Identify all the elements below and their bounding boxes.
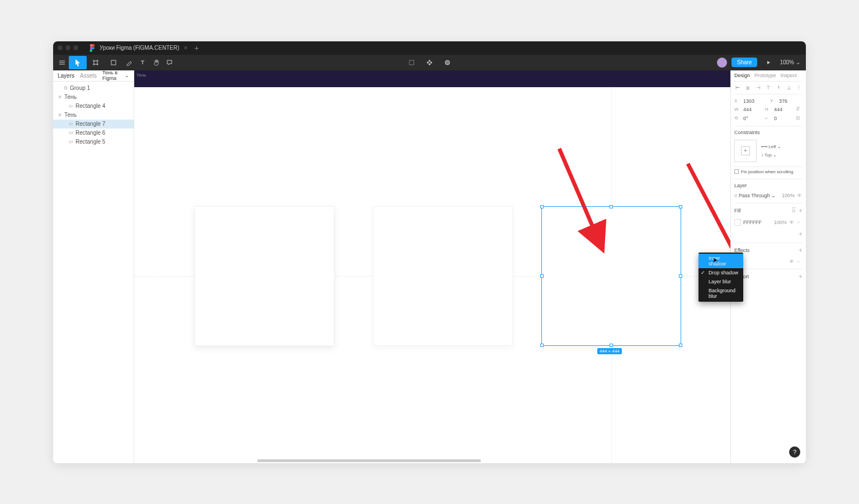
frame-tool[interactable] — [87, 56, 105, 69]
canvas[interactable]: Тень 444 × 444 — [134, 70, 730, 463]
checkbox-icon[interactable] — [734, 169, 739, 174]
y-value[interactable]: 376 — [779, 98, 803, 104]
rotation-icon: ⟲ — [734, 116, 740, 121]
align-bottom-icon[interactable]: ⊥ — [786, 84, 792, 91]
selection-handle[interactable] — [540, 344, 544, 347]
shape-tool[interactable] — [105, 56, 122, 69]
dropdown-item-label: Background blur — [709, 288, 735, 299]
align-right-icon[interactable]: ⊣ — [755, 84, 762, 91]
component-icon[interactable] — [405, 56, 418, 69]
rectangle-6[interactable] — [373, 206, 513, 346]
h-value[interactable]: 444 — [774, 107, 792, 112]
close-window-icon[interactable] — [58, 45, 63, 50]
effect-visibility-icon[interactable]: 👁 — [789, 259, 795, 264]
remove-fill-icon[interactable]: − — [797, 220, 803, 225]
transform-properties: X 1303 Y 376 W 444 H 444 ⇵ ⟲ 0° ⌐ 0 — [734, 94, 803, 126]
layer-item[interactable]: ▭Rectangle 7 — [53, 120, 134, 129]
layer-label: Rectangle 5 — [75, 139, 105, 145]
independent-corners-icon[interactable]: ⊞ — [796, 115, 803, 122]
tab-design[interactable]: Design — [734, 73, 750, 78]
layer-item[interactable]: ▭Rectangle 5 — [53, 137, 134, 146]
close-tab-icon[interactable]: × — [184, 44, 188, 52]
align-top-icon[interactable]: ⊤ — [765, 84, 772, 91]
dropdown-item-label: Drop shadow — [709, 270, 738, 275]
user-avatar[interactable] — [717, 58, 727, 68]
dropdown-item[interactable]: Inner shadow — [698, 254, 743, 268]
layer-opacity[interactable]: 100% — [782, 193, 795, 198]
hand-tool[interactable] — [149, 56, 163, 69]
zoom-dropdown[interactable]: 100%⌄ — [780, 59, 800, 65]
minimize-window-icon[interactable] — [65, 45, 70, 50]
fill-swatch[interactable] — [734, 219, 741, 226]
add-tab-icon[interactable]: + — [195, 44, 199, 53]
fill-visibility-icon[interactable]: 👁 — [789, 220, 795, 225]
fill-opacity[interactable]: 100% — [774, 220, 787, 225]
link-dimensions-icon[interactable]: ⇵ — [796, 106, 803, 113]
selection-handle[interactable] — [679, 205, 682, 208]
selection-handle[interactable] — [679, 344, 682, 347]
rotation-value[interactable]: 0° — [743, 116, 762, 121]
w-value[interactable]: 444 — [743, 107, 762, 112]
constraint-horizontal[interactable]: ⟷ Left ⌄ — [761, 144, 781, 149]
right-panel-tabs: Design Prototype Inspect — [734, 70, 803, 82]
align-center-v-icon[interactable]: ⫲ — [775, 84, 782, 91]
boolean-icon[interactable] — [441, 56, 454, 69]
pen-tool[interactable] — [122, 56, 136, 69]
add-export-icon[interactable]: + — [799, 273, 803, 280]
layer-item[interactable]: ▭Rectangle 6 — [53, 129, 134, 137]
group-icon: ⊡ — [63, 86, 68, 91]
selection-handle[interactable] — [679, 274, 682, 278]
fix-scroll-row[interactable]: Fix position when scrolling — [734, 167, 803, 179]
share-button[interactable]: Share — [731, 58, 758, 67]
tab-layers[interactable]: Layers — [58, 73, 74, 79]
fill-style-icon[interactable]: ⠿ — [791, 207, 796, 215]
selection-handle[interactable] — [540, 205, 544, 208]
tab-assets[interactable]: Assets — [80, 73, 97, 79]
add-effect-icon[interactable]: + — [799, 246, 803, 254]
x-value[interactable]: 1303 — [743, 98, 767, 104]
menu-icon[interactable] — [55, 56, 69, 69]
add-stroke-icon[interactable]: + — [799, 230, 803, 238]
maximize-window-icon[interactable] — [73, 45, 78, 50]
dropdown-item[interactable]: ✓Drop shadow — [698, 268, 743, 277]
constraint-diagram[interactable]: + — [734, 140, 757, 162]
svg-rect-2 — [409, 60, 414, 65]
align-center-h-icon[interactable]: ⫼ — [744, 84, 751, 91]
rect-icon: ▭ — [69, 122, 73, 126]
text-tool[interactable] — [136, 56, 149, 69]
layer-label: Rectangle 6 — [75, 130, 105, 136]
layer-label: Rectangle 4 — [75, 103, 105, 109]
remove-effect-icon[interactable]: − — [797, 259, 803, 264]
dimensions-badge: 444 × 444 — [597, 348, 622, 354]
blend-mode-dropdown[interactable]: ○ Pass Through ⌄ — [734, 193, 776, 198]
check-icon: ✓ — [701, 270, 705, 275]
layer-item[interactable]: #Тень — [53, 93, 134, 102]
distribute-icon[interactable]: ⋮ — [796, 84, 803, 91]
present-icon[interactable] — [762, 56, 775, 69]
mask-icon[interactable] — [423, 56, 436, 69]
comment-tool[interactable] — [163, 56, 176, 69]
help-button[interactable]: ? — [789, 446, 800, 458]
visibility-icon[interactable]: 👁 — [797, 193, 803, 198]
tab-inspect[interactable]: Inspect — [781, 73, 797, 78]
tab-prototype[interactable]: Prototype — [754, 73, 776, 78]
constraint-vertical[interactable]: ↕ Top ⌄ — [761, 153, 781, 158]
cursor-icon: ➤ — [712, 256, 718, 264]
dropdown-item-label: Layer blur — [709, 279, 731, 284]
selection-handle[interactable] — [610, 344, 613, 347]
page-dropdown[interactable]: Тень в Figma ⌄ — [102, 70, 129, 81]
layer-item[interactable]: #Тень — [53, 111, 134, 120]
align-left-icon[interactable]: ⊢ — [734, 84, 741, 91]
selection-handle[interactable] — [540, 274, 544, 278]
document-tab-title[interactable]: Уроки Figma (FIGMA.CENTER) — [100, 45, 180, 51]
radius-value[interactable]: 0 — [774, 116, 792, 121]
fill-hex[interactable]: FFFFFF — [743, 220, 762, 225]
layer-item[interactable]: ▭Rectangle 4 — [53, 102, 134, 111]
move-tool[interactable] — [69, 56, 87, 69]
horizontal-scrollbar[interactable] — [257, 459, 481, 462]
dropdown-item[interactable]: Background blur — [698, 286, 743, 301]
dropdown-item[interactable]: Layer blur — [698, 277, 743, 286]
layer-item[interactable]: ⊡Group 1 — [53, 84, 134, 93]
add-fill-icon[interactable]: + — [799, 207, 803, 215]
rectangle-5[interactable] — [195, 206, 334, 346]
